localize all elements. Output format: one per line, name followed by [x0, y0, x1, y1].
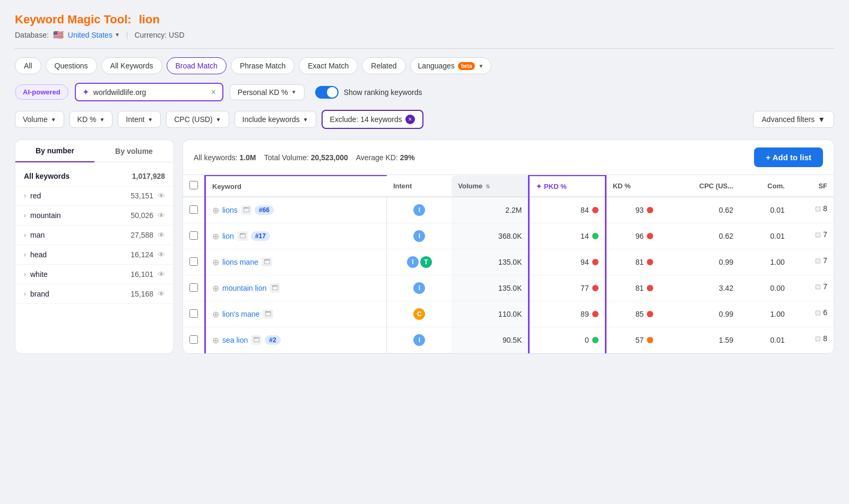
sf-icon[interactable]: ⊡	[815, 257, 821, 265]
sf-cell: ⊡7	[791, 223, 834, 246]
languages-tab[interactable]: Languages beta ▼	[410, 57, 492, 74]
ai-clear-button[interactable]: ×	[211, 88, 215, 97]
cpc-value: 1.59	[719, 336, 733, 344]
sf-icon[interactable]: ⊡	[815, 335, 821, 343]
volume-value: 135.0K	[498, 258, 522, 266]
eye-icon[interactable]: 👁	[158, 250, 165, 259]
advanced-filters-button[interactable]: Advanced filters ▼	[753, 111, 834, 128]
sidebar-tab-by-number[interactable]: By number	[15, 140, 94, 162]
keyword-cell: ⊕lions mane🗔	[205, 249, 387, 275]
sf-icon[interactable]: ⊡	[815, 231, 821, 239]
row-checkbox[interactable]	[189, 335, 198, 344]
row-checkbox[interactable]	[189, 231, 198, 240]
row-checkbox[interactable]	[189, 283, 198, 292]
personal-kd-dropdown[interactable]: Personal KD % ▼	[230, 84, 305, 100]
table-row: ⊕lion🗔#17I368.0K14960.620.01⊡7	[183, 223, 834, 249]
kd-value: 85	[635, 310, 644, 318]
eye-icon[interactable]: 👁	[158, 290, 165, 298]
row-checkbox[interactable]	[189, 205, 198, 214]
sidebar-all-kw-label: All keywords	[24, 172, 70, 180]
keyword-link[interactable]: lion's mane	[222, 310, 259, 318]
keyword-cell: ⊕lions🗔#66	[205, 197, 387, 223]
tab-exact-match[interactable]: Exact Match	[299, 57, 358, 74]
cpc-filter[interactable]: CPC (USD) ▼	[166, 111, 229, 128]
rank-badge: #2	[265, 335, 280, 345]
sidebar-item[interactable]: › head 16,124 👁	[15, 245, 174, 265]
sidebar-tab-by-volume[interactable]: By volume	[94, 140, 174, 162]
th-sf: SF	[791, 176, 834, 197]
exclude-clear-button[interactable]: ×	[405, 115, 415, 124]
volume-label: Volume	[23, 115, 48, 124]
sf-icon[interactable]: ⊡	[815, 309, 821, 317]
pkd-dot	[592, 259, 599, 265]
keyword-link[interactable]: lions mane	[222, 258, 258, 266]
sidebar-item[interactable]: › white 16,101 👁	[15, 265, 174, 284]
sf-icon[interactable]: ⊡	[815, 205, 821, 213]
sidebar-item[interactable]: › mountain 50,026 👁	[15, 206, 174, 225]
eye-icon[interactable]: 👁	[158, 211, 165, 220]
pkd-value: 14	[581, 232, 589, 240]
sidebar-item[interactable]: › man 27,588 👁	[15, 225, 174, 245]
tab-all-keywords[interactable]: All Keywords	[101, 57, 162, 74]
stat-volume-label: Total Volume:	[264, 153, 309, 162]
eye-icon[interactable]: 👁	[158, 192, 165, 200]
save-keyword-icon[interactable]: 🗔	[270, 283, 280, 293]
volume-sort-icon: ⇅	[486, 184, 490, 189]
sf-icon[interactable]: ⊡	[815, 283, 821, 291]
th-keyword: Keyword	[205, 176, 387, 197]
currency-label: Currency: USD	[134, 31, 184, 39]
show-ranking-label: Show ranking keywords	[344, 88, 422, 97]
cpc-value: 3.42	[719, 284, 733, 292]
keyword-link[interactable]: lion	[222, 232, 234, 240]
add-keyword-icon[interactable]: ⊕	[212, 257, 219, 267]
tab-all[interactable]: All	[15, 57, 41, 74]
include-keywords-filter[interactable]: Include keywords ▼	[235, 111, 316, 128]
tab-questions[interactable]: Questions	[46, 57, 97, 74]
kd-cell: 93	[605, 197, 660, 223]
save-keyword-icon[interactable]: 🗔	[241, 205, 252, 215]
sidebar-item-count: 50,026	[131, 211, 153, 220]
row-checkbox[interactable]	[189, 257, 198, 266]
save-keyword-icon[interactable]: 🗔	[263, 309, 273, 319]
cpc-caret-icon: ▼	[216, 117, 221, 123]
kd-filter[interactable]: KD % ▼	[70, 111, 113, 128]
sidebar-tabs: By number By volume	[15, 140, 174, 162]
tab-broad-match[interactable]: Broad Match	[167, 57, 227, 74]
sidebar-item[interactable]: › brand 15,168 👁	[15, 284, 174, 304]
save-keyword-icon[interactable]: 🗔	[262, 257, 272, 267]
add-keyword-icon[interactable]: ⊕	[212, 335, 219, 345]
pkd-cell: 0	[529, 327, 605, 353]
cpc-cell: 0.62	[660, 197, 740, 223]
sidebar-item-count: 15,168	[131, 290, 153, 298]
keyword-link[interactable]: lions	[222, 206, 238, 214]
intent-badge: I	[413, 282, 425, 294]
intent-label: Intent	[126, 115, 144, 124]
sidebar-item-count: 27,588	[131, 231, 153, 239]
add-keyword-icon[interactable]: ⊕	[212, 205, 219, 215]
th-kd: KD %	[605, 176, 660, 197]
eye-icon[interactable]: 👁	[158, 231, 165, 239]
add-keyword-icon[interactable]: ⊕	[212, 283, 219, 293]
sidebar-all-keywords[interactable]: All keywords 1,017,928	[15, 167, 174, 186]
sidebar-item[interactable]: › red 53,151 👁	[15, 186, 174, 206]
add-keyword-icon[interactable]: ⊕	[212, 309, 219, 319]
select-all-checkbox[interactable]	[189, 181, 198, 189]
eye-icon[interactable]: 👁	[158, 270, 165, 279]
show-ranking-toggle[interactable]	[315, 86, 339, 99]
row-checkbox-cell	[183, 197, 205, 223]
add-keyword-icon[interactable]: ⊕	[212, 231, 219, 241]
keyword-link[interactable]: sea lion	[222, 336, 248, 344]
expand-arrow-icon: ›	[24, 192, 26, 199]
volume-filter[interactable]: Volume ▼	[15, 111, 64, 128]
save-keyword-icon[interactable]: 🗔	[237, 231, 248, 241]
save-keyword-icon[interactable]: 🗔	[251, 335, 262, 345]
add-to-list-button[interactable]: + Add to list	[754, 147, 823, 167]
pkd-dot	[592, 311, 599, 317]
intent-filter[interactable]: Intent ▼	[118, 111, 161, 128]
tab-related[interactable]: Related	[362, 57, 405, 74]
row-checkbox[interactable]	[189, 309, 198, 318]
ai-domain-input[interactable]	[93, 88, 207, 97]
country-link[interactable]: United States ▼	[68, 31, 120, 39]
tab-phrase-match[interactable]: Phrase Match	[231, 57, 294, 74]
keyword-link[interactable]: mountain lion	[222, 284, 266, 292]
